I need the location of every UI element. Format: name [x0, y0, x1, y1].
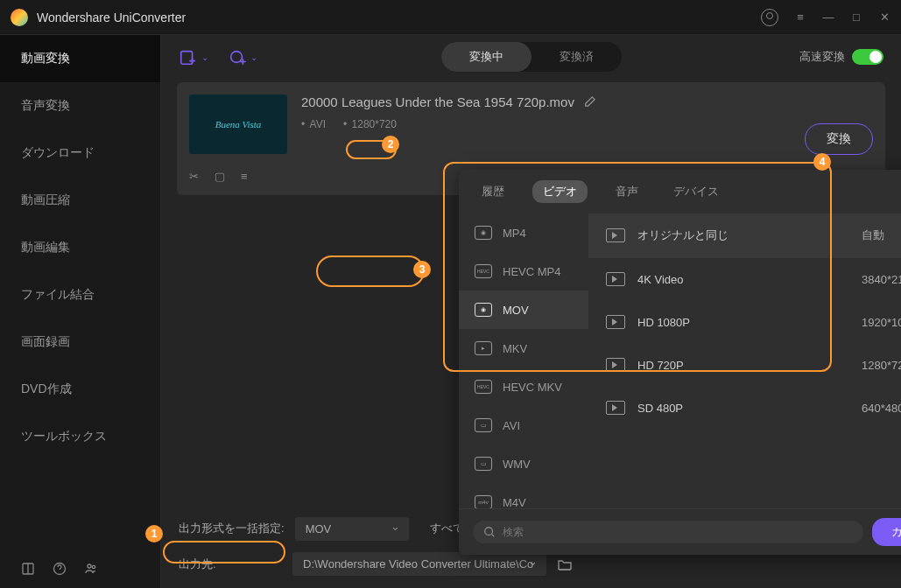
- nav-edit[interactable]: 動画編集: [0, 224, 160, 271]
- annotation-badge-4: 4: [813, 153, 831, 171]
- minimize-icon[interactable]: —: [822, 11, 834, 24]
- conversion-tabs: 変換中 変換済: [441, 42, 622, 72]
- app-logo: [11, 9, 28, 26]
- annotation-badge-3: 3: [413, 261, 431, 278]
- close-icon[interactable]: ✕: [878, 11, 890, 24]
- folder-icon[interactable]: [557, 556, 573, 572]
- video-icon: [606, 272, 625, 286]
- svg-point-6: [485, 528, 493, 536]
- fast-convert-toggle[interactable]: [852, 49, 883, 65]
- video-icon: [606, 401, 625, 415]
- output-format-select[interactable]: MOV: [295, 517, 409, 541]
- format-wmv[interactable]: ▭WMV: [459, 444, 588, 483]
- nav-download[interactable]: ダウンロード: [0, 130, 160, 177]
- cut-icon[interactable]: ✂: [189, 170, 199, 183]
- svg-point-3: [92, 565, 95, 568]
- resolution-list: オリジナルと同じ自動 4K Video3840*2160 HD 1080P192…: [588, 214, 901, 508]
- menu-icon[interactable]: ≡: [794, 11, 806, 24]
- fast-convert-label: 高速変換: [799, 49, 845, 65]
- account-icon[interactable]: [761, 9, 778, 26]
- nav-video-convert[interactable]: 動画変換: [0, 35, 160, 82]
- file-title: 20000 Leagues Under the Sea 1954 720p.mo…: [301, 94, 574, 109]
- format-search[interactable]: [473, 521, 863, 543]
- format-hevc-mkv[interactable]: HEVCHEVC MKV: [459, 368, 588, 406]
- content-area: ⌄ ⌄ 変換中 変換済 高速変換 Buena Vista ✂ ▢ ≡: [161, 35, 901, 588]
- popup-tab-history[interactable]: 履歴: [475, 180, 511, 203]
- format-mkv[interactable]: ▸MKV: [459, 329, 588, 368]
- tab-converting[interactable]: 変換中: [441, 42, 531, 72]
- add-url-button[interactable]: ⌄: [228, 47, 257, 66]
- popup-tab-device[interactable]: デバイス: [666, 180, 726, 203]
- search-input[interactable]: [503, 526, 853, 538]
- svg-point-2: [88, 564, 91, 568]
- file-resolution: 1280*720: [343, 118, 397, 130]
- nav-record[interactable]: 画面録画: [0, 318, 160, 366]
- dest-path[interactable]: D:\Wondershare Video Converter Ultimate\…: [292, 552, 546, 576]
- annotation-highlight-3: [316, 256, 425, 287]
- output-format-label: 出力形式を一括指定:: [179, 521, 285, 536]
- nav-compress[interactable]: 動画圧縮: [0, 177, 160, 224]
- file-format: AVI: [301, 118, 326, 130]
- format-m4v[interactable]: m4vM4V: [459, 483, 588, 508]
- format-avi[interactable]: ▭AVI: [459, 406, 588, 444]
- sidebar: 動画変換 音声変換 ダウンロード 動画圧縮 動画編集 ファイル結合 画面録画 D…: [0, 35, 161, 588]
- annotation-badge-2: 2: [382, 136, 399, 153]
- res-original[interactable]: オリジナルと同じ自動: [588, 214, 901, 258]
- nav-dvd[interactable]: DVD作成: [0, 366, 160, 413]
- video-icon: [606, 228, 625, 242]
- svg-point-5: [231, 52, 243, 63]
- format-list: ◉MP4 HEVCHEVC MP4 ◉MOV ▸MKV HEVCHEVC MKV…: [459, 214, 588, 508]
- popup-tab-audio[interactable]: 音声: [609, 180, 645, 203]
- res-720p[interactable]: HD 720P1280*720: [588, 344, 901, 387]
- res-4k[interactable]: 4K Video3840*2160: [588, 258, 901, 301]
- video-icon: [606, 315, 625, 329]
- format-popup: 履歴 ビデオ 音声 デバイス ◉MP4 HEVCHEVC MP4 ◉MOV ▸M…: [459, 170, 901, 555]
- thumbnail: Buena Vista: [189, 94, 287, 154]
- search-icon: [483, 526, 496, 538]
- dest-label: 出力先:: [179, 556, 282, 572]
- res-1080p[interactable]: HD 1080P1920*1080: [588, 301, 901, 344]
- nav-audio-convert[interactable]: 音声変換: [0, 82, 160, 130]
- list-icon[interactable]: ≡: [241, 170, 248, 183]
- add-file-button[interactable]: ⌄: [179, 47, 208, 66]
- format-mov[interactable]: ◉MOV: [459, 290, 588, 329]
- users-icon[interactable]: [84, 562, 98, 576]
- nav-merge[interactable]: ファイル結合: [0, 271, 160, 318]
- format-mp4[interactable]: ◉MP4: [459, 214, 588, 252]
- convert-button[interactable]: 変換: [805, 123, 873, 155]
- help-icon[interactable]: [53, 562, 67, 576]
- annotation-badge-1: 1: [145, 525, 163, 542]
- app-title: Wondershare UniConverter: [37, 10, 761, 24]
- rename-icon[interactable]: [583, 95, 596, 108]
- popup-tab-video[interactable]: ビデオ: [532, 180, 588, 203]
- video-icon: [606, 358, 625, 372]
- book-icon[interactable]: [21, 562, 35, 576]
- format-hevc-mp4[interactable]: HEVCHEVC MP4: [459, 252, 588, 290]
- nav-toolbox[interactable]: ツールボックス: [0, 413, 160, 460]
- svg-rect-4: [181, 52, 193, 65]
- crop-icon[interactable]: ▢: [215, 170, 225, 183]
- customize-button[interactable]: カスタマイズ: [872, 518, 901, 546]
- tab-converted[interactable]: 変換済: [531, 42, 622, 72]
- maximize-icon[interactable]: □: [850, 11, 862, 24]
- res-480p[interactable]: SD 480P640*480: [588, 387, 901, 430]
